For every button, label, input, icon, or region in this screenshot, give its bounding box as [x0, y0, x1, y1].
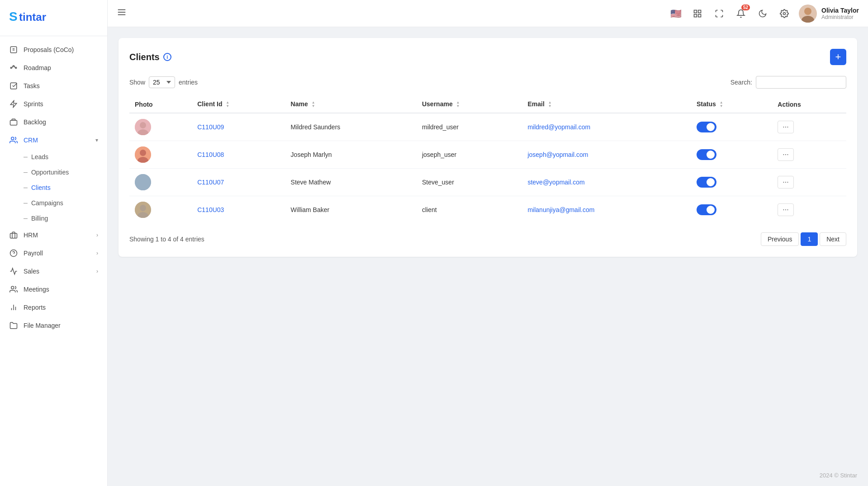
col-username[interactable]: Username ▲▼	[417, 96, 522, 113]
sidebar-item-payroll[interactable]: Payroll ›	[0, 244, 107, 262]
actions-button[interactable]: ···	[778, 121, 793, 133]
maximize-icon[interactable]	[712, 6, 726, 21]
col-actions: Actions	[772, 96, 846, 113]
sidebar-item-crm[interactable]: CRM ▾	[0, 131, 107, 149]
avatar	[799, 5, 817, 23]
info-icon[interactable]: i	[163, 53, 171, 61]
sidebar-item-meetings[interactable]: Meetings	[0, 280, 107, 298]
sidebar-navigation: Proposals (CoCo) Roadmap Tasks Sprints	[0, 36, 107, 486]
actions-button[interactable]: ···	[778, 203, 793, 216]
sidebar-item-billing[interactable]: – Billing	[0, 211, 107, 226]
sidebar-item-billing-label: Billing	[31, 215, 48, 222]
status-toggle[interactable]	[697, 122, 716, 132]
sidebar-item-clients[interactable]: – Clients	[0, 180, 107, 195]
user-text: Olivia Taylor Administrator	[821, 7, 859, 20]
svg-rect-25	[694, 14, 697, 17]
col-email[interactable]: Email ▲▼	[522, 96, 691, 113]
sidebar-item-sales-label: Sales	[24, 268, 96, 275]
svg-point-35	[140, 150, 146, 156]
cell-actions: ···	[772, 169, 846, 196]
svg-rect-13	[10, 233, 17, 238]
main-content: 🇺🇸 52	[108, 0, 868, 486]
status-toggle[interactable]	[697, 204, 716, 215]
sidebar-item-backlog[interactable]: Backlog	[0, 113, 107, 131]
page-content: Clients i + Show 10 25 50 100 entries	[108, 27, 868, 465]
cell-avatar	[129, 141, 192, 169]
logo: S tintar	[0, 0, 107, 36]
notification-icon[interactable]: 52	[734, 6, 748, 21]
menu-toggle-button[interactable]	[117, 7, 127, 19]
pagination: Previous 1 Next	[761, 232, 846, 246]
table-row: C110U08 Joseph Marlyn joseph_user joseph…	[129, 141, 846, 169]
sidebar-item-reports[interactable]: Reports	[0, 298, 107, 316]
sidebar-item-proposals[interactable]: Proposals (CoCo)	[0, 41, 107, 59]
reports-icon	[9, 303, 18, 312]
pagination-row: Showing 1 to 4 of 4 entries Previous 1 N…	[129, 232, 846, 246]
sidebar-item-sales[interactable]: Sales ›	[0, 262, 107, 280]
sidebar-item-campaigns-label: Campaigns	[31, 199, 63, 207]
status-toggle[interactable]	[697, 177, 716, 188]
sidebar-item-tasks[interactable]: Tasks	[0, 77, 107, 95]
sidebar-item-sprints[interactable]: Sprints	[0, 95, 107, 113]
header-actions: 🇺🇸 52	[669, 5, 859, 23]
opportunities-dash: –	[24, 168, 28, 176]
cell-actions: ···	[772, 141, 846, 169]
svg-point-27	[783, 12, 786, 14]
cell-actions: ···	[772, 196, 846, 224]
sidebar-item-roadmap[interactable]: Roadmap	[0, 59, 107, 77]
sidebar-item-leads[interactable]: – Leads	[0, 149, 107, 165]
col-name[interactable]: Name ▲▼	[285, 96, 417, 113]
svg-point-29	[804, 8, 811, 15]
cell-email: mildred@yopmail.com	[522, 113, 691, 141]
col-client-id[interactable]: Client Id ▲▼	[192, 96, 285, 113]
proposals-icon	[9, 45, 18, 54]
search-input[interactable]	[756, 76, 846, 89]
sidebar-item-opportunities[interactable]: – Opportunities	[0, 165, 107, 180]
sidebar-item-campaigns[interactable]: – Campaigns	[0, 195, 107, 211]
sidebar-item-opportunities-label: Opportunities	[31, 169, 69, 176]
page-1-button[interactable]: 1	[801, 232, 818, 246]
table-header: Photo Client Id ▲▼ Name ▲▼ Username ▲▼	[129, 96, 846, 113]
user-profile[interactable]: Olivia Taylor Administrator	[799, 5, 859, 23]
previous-button[interactable]: Previous	[761, 232, 799, 246]
status-toggle[interactable]	[697, 149, 716, 160]
cell-actions: ···	[772, 113, 846, 141]
entries-select[interactable]: 10 25 50 100	[149, 76, 175, 88]
theme-toggle-icon[interactable]	[755, 6, 770, 21]
sidebar-item-hrm[interactable]: HRM ›	[0, 226, 107, 244]
actions-button[interactable]: ···	[778, 176, 793, 189]
cell-client-id: C110U09	[192, 113, 285, 141]
apps-icon[interactable]	[690, 6, 705, 21]
cell-username: client	[417, 196, 522, 224]
campaigns-dash: –	[24, 199, 28, 207]
svg-text:tintar: tintar	[19, 11, 46, 23]
svg-point-7	[15, 67, 17, 69]
meetings-icon	[9, 285, 18, 294]
leads-dash: –	[24, 153, 28, 161]
cell-client-id: C110U07	[192, 169, 285, 196]
file-manager-icon	[9, 321, 18, 330]
flag-icon[interactable]: 🇺🇸	[669, 6, 683, 21]
sprints-icon	[9, 99, 18, 109]
sidebar-item-file-manager-label: File Manager	[24, 322, 98, 329]
cell-email: joseph@yopmail.com	[522, 141, 691, 169]
hrm-chevron-icon: ›	[96, 232, 98, 238]
svg-text:S: S	[9, 9, 18, 24]
roadmap-icon	[9, 63, 18, 72]
header: 🇺🇸 52	[108, 0, 868, 27]
page-header: Clients i +	[129, 49, 846, 65]
sidebar-item-file-manager[interactable]: File Manager	[0, 316, 107, 335]
cell-status	[691, 196, 772, 224]
show-label: Show	[129, 79, 145, 86]
actions-button[interactable]: ···	[778, 148, 793, 161]
table-row: C110U07 Steve Mathew Steve_user steve@yo…	[129, 169, 846, 196]
notification-badge: 52	[741, 5, 750, 10]
settings-icon[interactable]	[777, 6, 792, 21]
crm-submenu: – Leads – Opportunities – Clients – Camp…	[0, 149, 107, 226]
sidebar-item-payroll-label: Payroll	[24, 250, 96, 257]
cell-username: joseph_user	[417, 141, 522, 169]
col-status[interactable]: Status ▲▼	[691, 96, 772, 113]
add-client-button[interactable]: +	[830, 49, 846, 65]
sidebar-item-crm-label: CRM	[24, 137, 95, 144]
next-button[interactable]: Next	[820, 232, 846, 246]
